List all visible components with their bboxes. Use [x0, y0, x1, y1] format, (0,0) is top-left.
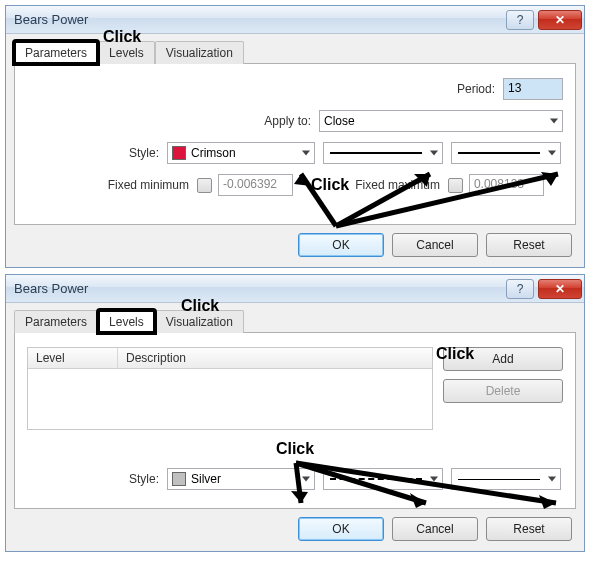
titlebar: Bears Power ? ✕ [6, 275, 584, 303]
ok-button[interactable]: OK [298, 233, 384, 257]
reset-button[interactable]: Reset [486, 233, 572, 257]
add-button[interactable]: Add [443, 347, 563, 371]
label-fixed-min: Fixed minimum [27, 178, 197, 192]
help-icon: ? [517, 282, 524, 296]
help-button[interactable]: ? [506, 10, 534, 30]
checkbox-fixed-min[interactable] [197, 178, 212, 193]
col-level: Level [28, 348, 118, 368]
chevron-down-icon [302, 151, 310, 156]
apply-to-value: Close [324, 114, 355, 128]
select-apply-to[interactable]: Close [319, 110, 563, 132]
select-style-color[interactable]: Silver [167, 468, 315, 490]
window-title: Bears Power [14, 281, 504, 296]
dialog-body: Click Parameters Levels Visualization Pe… [6, 34, 584, 267]
annotation-click: Click [311, 176, 349, 194]
label-fixed-max: Fixed maximum [355, 178, 448, 192]
tab-panel: Level Description Add Delete Click Style… [14, 333, 576, 509]
label-period: Period: [457, 82, 503, 96]
cancel-button[interactable]: Cancel [392, 233, 478, 257]
checkbox-fixed-max[interactable] [448, 178, 463, 193]
input-period[interactable]: 13 [503, 78, 563, 100]
titlebar: Bears Power ? ✕ [6, 6, 584, 34]
dialog-parameters: Bears Power ? ✕ Click Parameters Levels … [5, 5, 585, 268]
ok-button[interactable]: OK [298, 517, 384, 541]
tab-panel: Period: 13 Apply to: Close Style: Crimso… [14, 64, 576, 225]
table-body [28, 369, 432, 429]
help-button[interactable]: ? [506, 279, 534, 299]
button-row: OK Cancel Reset [14, 225, 576, 259]
chevron-down-icon [548, 477, 556, 482]
line-preview-icon [458, 152, 540, 154]
delete-button[interactable]: Delete [443, 379, 563, 403]
tabs-row: Parameters Levels Visualization [14, 309, 576, 333]
select-line-width[interactable] [451, 142, 561, 164]
side-buttons: Add Delete [443, 347, 563, 403]
input-fixed-max[interactable]: 0.008133 [469, 174, 544, 196]
window-title: Bears Power [14, 12, 504, 27]
levels-table[interactable]: Level Description [27, 347, 433, 430]
table-header: Level Description [28, 348, 432, 369]
line-preview-icon [330, 478, 422, 480]
button-row: OK Cancel Reset [14, 509, 576, 543]
close-icon: ✕ [555, 282, 565, 296]
select-line-width[interactable] [451, 468, 561, 490]
line-preview-icon [458, 479, 540, 480]
chevron-down-icon [430, 151, 438, 156]
close-button[interactable]: ✕ [538, 279, 582, 299]
dialog-body: Click Click Parameters Levels Visualizat… [6, 303, 584, 551]
color-swatch [172, 472, 186, 486]
color-swatch [172, 146, 186, 160]
help-icon: ? [517, 13, 524, 27]
select-style-color[interactable]: Crimson [167, 142, 315, 164]
close-icon: ✕ [555, 13, 565, 27]
select-line-style[interactable] [323, 142, 443, 164]
tab-levels[interactable]: Levels [98, 310, 155, 333]
input-fixed-min[interactable]: -0.006392 [218, 174, 293, 196]
chevron-down-icon [550, 119, 558, 124]
line-preview-icon [330, 152, 422, 154]
tab-levels[interactable]: Levels [98, 41, 155, 64]
style-color-value: Silver [191, 472, 221, 486]
select-line-style[interactable] [323, 468, 443, 490]
chevron-down-icon [430, 477, 438, 482]
chevron-down-icon [302, 477, 310, 482]
label-style: Style: [27, 146, 167, 160]
tab-visualization[interactable]: Visualization [155, 310, 244, 333]
reset-button[interactable]: Reset [486, 517, 572, 541]
chevron-down-icon [548, 151, 556, 156]
style-color-value: Crimson [191, 146, 236, 160]
tab-parameters[interactable]: Parameters [14, 41, 98, 64]
label-style: Style: [27, 472, 167, 486]
tab-visualization[interactable]: Visualization [155, 41, 244, 64]
col-description: Description [118, 348, 432, 368]
tabs-row: Parameters Levels Visualization [14, 40, 576, 64]
close-button[interactable]: ✕ [538, 10, 582, 30]
cancel-button[interactable]: Cancel [392, 517, 478, 541]
tab-parameters[interactable]: Parameters [14, 310, 98, 333]
label-apply-to: Apply to: [264, 114, 319, 128]
dialog-levels: Bears Power ? ✕ Click Click Parameters L… [5, 274, 585, 552]
annotation-click: Click [276, 440, 314, 458]
